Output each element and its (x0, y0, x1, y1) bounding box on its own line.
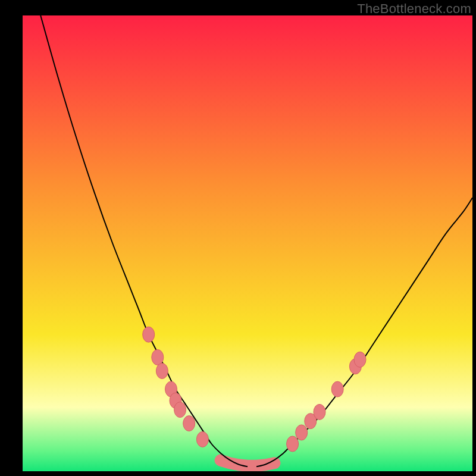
curve-lines (40, 15, 472, 466)
chart-frame: TheBottleneck.com (0, 0, 476, 476)
plot-area (23, 15, 472, 471)
marker-dot (287, 436, 299, 452)
highlighted-points (143, 327, 366, 452)
right-curve (256, 198, 472, 466)
chart-svg (23, 15, 472, 471)
marker-dot (152, 350, 164, 365)
marker-dot (143, 327, 155, 342)
left-curve (40, 15, 248, 466)
valley-floor-band (221, 461, 275, 466)
marker-dot (296, 425, 308, 440)
watermark-text: TheBottleneck.com (357, 1, 471, 17)
marker-dot (331, 381, 343, 397)
valley-floor-line (221, 461, 275, 466)
marker-dot (156, 364, 168, 379)
marker-dot (183, 416, 195, 431)
marker-dot (354, 352, 366, 367)
marker-dot (174, 402, 186, 418)
marker-dot (196, 431, 208, 447)
marker-dot (314, 404, 325, 419)
